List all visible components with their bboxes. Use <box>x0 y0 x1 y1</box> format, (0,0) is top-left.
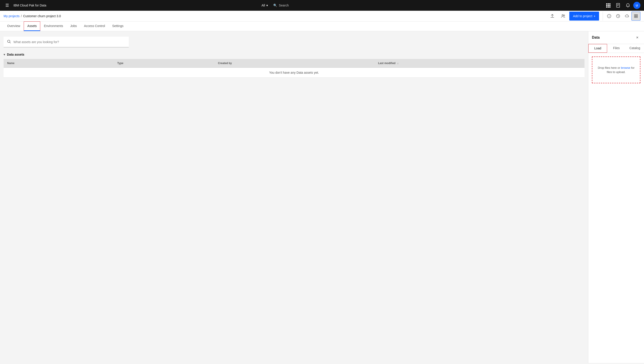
app-switcher-icon[interactable] <box>604 0 613 11</box>
svg-rect-4 <box>608 5 609 6</box>
filter-label: All <box>262 4 265 7</box>
search-input[interactable] <box>14 40 125 44</box>
tab-settings-label: Settings <box>112 24 124 28</box>
topnav-icon-group: U <box>604 0 640 11</box>
close-icon: × <box>636 35 639 40</box>
right-panel: Data × Load Files Catalog Drop files her… <box>588 31 644 363</box>
tab-environments-label: Environments <box>44 24 63 28</box>
tab-assets[interactable]: Assets <box>24 22 40 31</box>
right-panel-close-button[interactable]: × <box>634 34 640 41</box>
main-layout: ▾ Data assets Name Type Created by Last … <box>0 31 644 363</box>
history-panel-icon[interactable] <box>613 12 622 20</box>
table-row-empty: You don't have any Data assets yet. <box>4 68 584 78</box>
breadcrumb: My projects / Customer churn project 3.0 <box>4 14 546 18</box>
browse-link[interactable]: browse <box>621 66 630 70</box>
add-to-project-plus-icon: + <box>594 14 595 18</box>
tab-access-control-label: Access Control <box>84 24 105 28</box>
svg-rect-5 <box>609 5 610 6</box>
right-panel-body: Drop files here or browse forfiles to up… <box>588 53 644 363</box>
tab-overview[interactable]: Overview <box>4 22 24 31</box>
right-panel-title: Data <box>592 36 600 40</box>
col-type: Type <box>114 59 214 68</box>
svg-point-13 <box>562 14 563 16</box>
right-panel-header: Data × <box>588 31 644 44</box>
right-panel-toggle-icons <box>603 12 640 20</box>
add-to-project-button[interactable]: Add to project + <box>569 12 599 20</box>
right-panel-tabs: Load Files Catalog <box>588 44 644 53</box>
svg-rect-7 <box>608 6 609 8</box>
drop-text-before: Drop files here or <box>598 66 621 70</box>
top-navigation: ☰ IBM Cloud Pak for Data All ▾ 🔍 Search … <box>0 0 644 11</box>
main-content: ▾ Data assets Name Type Created by Last … <box>0 31 588 363</box>
tab-load-label: Load <box>594 46 601 50</box>
tab-files-label: Files <box>613 46 620 50</box>
svg-point-17 <box>609 15 609 16</box>
hamburger-menu-icon[interactable]: ☰ <box>4 1 11 10</box>
data-panel-icon[interactable] <box>631 12 640 20</box>
svg-rect-3 <box>606 5 607 6</box>
document-icon[interactable] <box>613 0 622 11</box>
tab-jobs-label: Jobs <box>70 24 77 28</box>
svg-line-24 <box>10 42 11 43</box>
sort-icon[interactable]: ↓ <box>397 62 398 65</box>
app-brand-label: IBM Cloud Pak for Data <box>14 4 46 7</box>
svg-rect-20 <box>636 14 637 16</box>
avatar-initials: U <box>636 4 638 7</box>
file-drop-zone[interactable]: Drop files here or browse forfiles to up… <box>592 56 640 83</box>
svg-rect-1 <box>608 3 609 4</box>
section-title: Data assets <box>7 53 24 56</box>
breadcrumb-separator: / <box>21 14 22 18</box>
col-name: Name <box>4 59 114 68</box>
upload-icon[interactable] <box>548 12 557 20</box>
collaborator-icon[interactable] <box>559 12 567 20</box>
filter-chevron-icon: ▾ <box>266 4 268 7</box>
asset-search-box[interactable] <box>4 36 129 47</box>
svg-rect-19 <box>634 14 636 16</box>
search-icon: 🔍 <box>273 4 277 7</box>
breadcrumb-projects-link[interactable]: My projects <box>4 14 20 18</box>
notification-icon[interactable] <box>623 0 632 11</box>
tab-assets-label: Assets <box>27 24 37 28</box>
search-label: Search <box>279 4 289 7</box>
tab-environments[interactable]: Environments <box>40 22 67 31</box>
col-created-by: Created by <box>214 59 374 68</box>
drop-zone-text: Drop files here or browse forfiles to up… <box>598 66 634 74</box>
svg-rect-21 <box>634 16 636 18</box>
svg-point-14 <box>564 15 565 16</box>
svg-rect-9 <box>616 3 620 7</box>
search-area: All ▾ 🔍 Search <box>259 4 393 7</box>
tab-overview-label: Overview <box>7 24 20 28</box>
cloud-panel-icon[interactable] <box>622 12 631 20</box>
svg-rect-8 <box>609 6 610 8</box>
avatar[interactable]: U <box>633 2 640 9</box>
filter-dropdown[interactable]: All ▾ <box>259 4 271 7</box>
tab-catalog-label: Catalog <box>629 46 640 50</box>
right-panel-tab-files[interactable]: Files <box>607 44 625 53</box>
sub-header: My projects / Customer churn project 3.0… <box>0 11 644 22</box>
info-panel-icon[interactable] <box>605 12 613 20</box>
col-last-modified[interactable]: Last modified ↓ <box>374 59 584 68</box>
add-to-project-label: Add to project <box>573 14 592 18</box>
tabs-bar: Overview Assets Environments Jobs Access… <box>0 22 644 31</box>
right-panel-tab-catalog[interactable]: Catalog <box>626 44 644 53</box>
section-toggle-icon[interactable]: ▾ <box>4 53 5 56</box>
asset-search-icon <box>7 40 11 44</box>
section-header: ▾ Data assets <box>4 53 584 56</box>
search-bar[interactable]: 🔍 Search <box>271 4 291 7</box>
right-panel-tab-load[interactable]: Load <box>588 44 607 53</box>
data-assets-table: Name Type Created by Last modified ↓ <box>4 59 584 78</box>
tab-jobs[interactable]: Jobs <box>67 22 81 31</box>
svg-rect-2 <box>609 3 610 4</box>
empty-state-message: You don't have any Data assets yet. <box>4 68 584 78</box>
svg-rect-0 <box>606 3 607 4</box>
svg-rect-22 <box>636 16 637 18</box>
tab-settings[interactable]: Settings <box>109 22 127 31</box>
subheader-actions: Add to project + <box>548 12 640 20</box>
breadcrumb-current: Customer churn project 3.0 <box>23 14 61 18</box>
svg-rect-6 <box>606 6 607 8</box>
tab-access-control[interactable]: Access Control <box>81 22 109 31</box>
